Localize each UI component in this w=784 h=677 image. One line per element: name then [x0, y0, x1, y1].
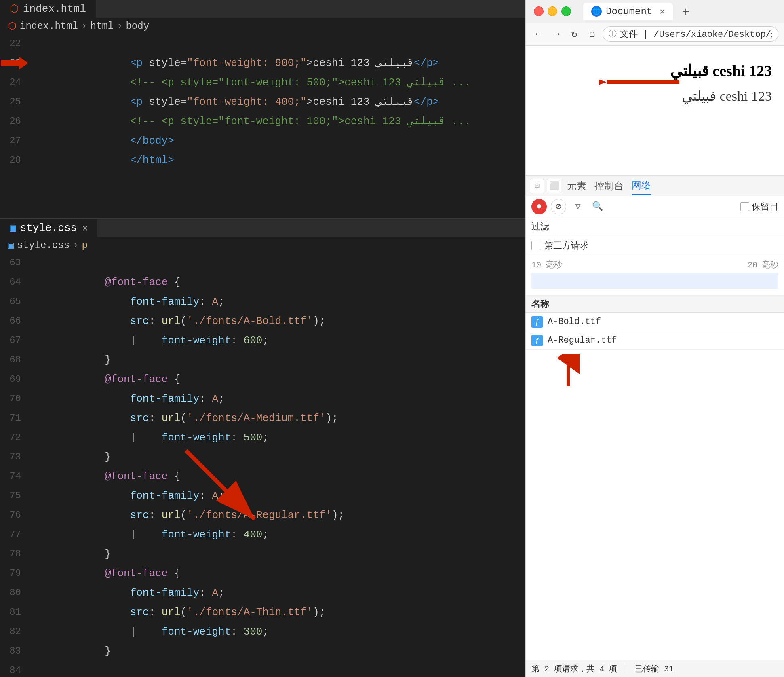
- browser-panel: 🌐 Document ✕ ＋ ← → ↻ ⌂ ⓘ 文件 | /Users/xia…: [525, 0, 784, 677]
- browser-chrome: 🌐 Document ✕ ＋ ← → ↻ ⌂ ⓘ 文件 | /Users/xia…: [526, 0, 784, 46]
- line-num-27: 27: [0, 131, 29, 150]
- css-ln-82: 82: [0, 622, 29, 641]
- devtools-tab-network[interactable]: 网络: [632, 176, 651, 195]
- address-text: 文件 | /Users/xiaoke/Desktop/未命名文件夹: [620, 28, 772, 40]
- css-ln-74: 74: [0, 467, 29, 486]
- third-party-label: 第三方请求: [544, 239, 589, 252]
- svg-marker-0: [1, 57, 28, 70]
- editor-bottom: ▣ style.css ✕ ▣ style.css › p 63: [0, 219, 525, 677]
- css-ln-83: 83: [0, 641, 29, 661]
- main-layout: ⬡ index.html ⬡ index.html › html › body …: [0, 0, 784, 677]
- breadcrumb-css-sep: ›: [73, 240, 78, 251]
- tab-close-icon[interactable]: ✕: [82, 223, 88, 234]
- css-ln-84: 84: [0, 661, 29, 677]
- line-num-22: 22: [0, 34, 29, 53]
- breadcrumb-sep1: ›: [81, 21, 87, 32]
- breadcrumb-css-file: style.css: [17, 240, 70, 251]
- css-lc-85: p {: [29, 661, 525, 677]
- filter-icon-button[interactable]: ▽: [570, 199, 586, 214]
- css-ln-70: 70: [0, 389, 29, 408]
- breadcrumb-css: ▣ style.css › p: [0, 237, 525, 253]
- css-ln-76: 76: [0, 506, 29, 525]
- traffic-light-green[interactable]: [561, 6, 571, 16]
- arrow-line23: [1, 55, 29, 71]
- home-button[interactable]: ⌂: [585, 27, 599, 41]
- devtools-panel: ⊡ ⬜ 元素 控制台 网络 ● ⊘ ▽ 🔍 保留日: [526, 175, 784, 677]
- back-button[interactable]: ←: [531, 27, 546, 41]
- third-party-row: 第三方请求: [526, 236, 784, 255]
- css-tab-icon: ▣: [10, 222, 16, 235]
- css-ln-65: 65: [0, 292, 29, 311]
- browser-tab-favicon: 🌐: [591, 6, 602, 17]
- css-ln-72: 72: [0, 428, 29, 447]
- tab-close-button[interactable]: ✕: [660, 6, 665, 17]
- devtools-status-bar: 第 2 项请求，共 4 项 | 已传输 31: [526, 660, 784, 677]
- editor-top: ⬡ index.html ⬡ index.html › html › body …: [0, 0, 525, 218]
- new-tab-button[interactable]: ＋: [680, 4, 691, 19]
- css-ln-81: 81: [0, 603, 29, 622]
- forward-button[interactable]: →: [549, 27, 564, 41]
- line-num-24: 24: [0, 73, 29, 92]
- preserve-log-label: 保留日: [752, 201, 778, 213]
- code-area-css: 63 64 @font-face { 65 font-family: A;: [0, 253, 525, 677]
- css-ln-77: 77: [0, 525, 29, 544]
- globe-icon: 🌐: [592, 7, 601, 15]
- devtools-tab-console[interactable]: 控制台: [594, 177, 624, 195]
- breadcrumb-html: html: [90, 21, 114, 32]
- preserve-log-checkbox[interactable]: [740, 202, 749, 211]
- css-line-83: 83 }: [0, 641, 525, 661]
- line-num-25: 25: [0, 92, 29, 112]
- tab-index-html[interactable]: ⬡ index.html: [0, 0, 96, 18]
- css-ln-79: 79: [0, 564, 29, 583]
- css-ln-66: 66: [0, 311, 29, 331]
- devtools-device-icon[interactable]: ⬜: [547, 179, 561, 193]
- breadcrumb-index: index.html: [20, 21, 78, 32]
- traffic-light-red[interactable]: [534, 6, 544, 16]
- search-icon-button[interactable]: 🔍: [590, 199, 605, 214]
- browser-tab-document[interactable]: 🌐 Document ✕: [583, 3, 673, 20]
- file-row-aregular[interactable]: f A-Regular.ttf: [526, 331, 784, 350]
- timeline-labels: 10 毫秒 20 毫秒: [531, 259, 778, 273]
- requests-count: 第 2 项请求，共 4 项: [531, 663, 617, 674]
- breadcrumb-file: ⬡: [8, 20, 17, 32]
- reload-button[interactable]: ↻: [567, 27, 582, 41]
- clear-button[interactable]: ⊘: [551, 199, 566, 214]
- file-icon-aregular: f: [531, 335, 543, 346]
- html-tab-icon: ⬡: [10, 2, 19, 15]
- security-icon: ⓘ: [609, 28, 617, 39]
- css-ln-69: 69: [0, 370, 29, 389]
- browser-tab-label: Document: [606, 6, 652, 17]
- tab-style-css-label: style.css: [20, 222, 77, 234]
- traffic-light-yellow[interactable]: [548, 6, 557, 16]
- preserve-log-area: 保留日: [740, 201, 778, 213]
- webpage-viewport: ceshi 123 قبيلتي ceshi 123 قبيلتي: [526, 46, 784, 175]
- code-line-28: 28 </html>: [0, 150, 525, 170]
- devtools-inspect-icon[interactable]: ⊡: [530, 179, 544, 193]
- file-row-abold[interactable]: f A-Bold.ttf: [526, 313, 784, 331]
- devtools-arrow-area: [526, 350, 784, 390]
- devtools-tab-elements[interactable]: 元素: [567, 177, 586, 195]
- tab-style-css[interactable]: ▣ style.css ✕: [0, 219, 97, 237]
- timeline-bar: [531, 273, 778, 289]
- file-name-abold: A-Bold.ttf: [548, 317, 601, 327]
- devtools-network-toolbar: ● ⊘ ▽ 🔍 保留日: [526, 196, 784, 217]
- breadcrumb-sep2: ›: [117, 21, 122, 32]
- record-button[interactable]: ●: [531, 199, 547, 214]
- css-ln-71: 71: [0, 408, 29, 428]
- css-ln-67: 67: [0, 331, 29, 350]
- timeline-label2: 20 毫秒: [748, 259, 778, 270]
- address-bar[interactable]: ⓘ 文件 | /Users/xiaoke/Desktop/未命名文件夹: [603, 26, 778, 42]
- line-num-26: 26: [0, 112, 29, 131]
- breadcrumb-body: body: [126, 21, 149, 32]
- filter-row: 过滤: [526, 217, 784, 236]
- editor-tab-bar-css: ▣ style.css ✕: [0, 219, 525, 237]
- css-ln-64: 64: [0, 273, 29, 292]
- css-ln-63: 63: [0, 253, 29, 273]
- css-ln-73: 73: [0, 447, 29, 467]
- editor-panel: ⬡ index.html ⬡ index.html › html › body …: [0, 0, 525, 677]
- third-party-checkbox[interactable]: [531, 241, 540, 250]
- css-ln-80: 80: [0, 583, 29, 603]
- breadcrumb-css-icon: ▣: [8, 239, 14, 251]
- code-area-top: 22 23 <p style="font-weight: 900;">ceshi…: [0, 34, 525, 170]
- arrow-devtools-files: [538, 354, 599, 386]
